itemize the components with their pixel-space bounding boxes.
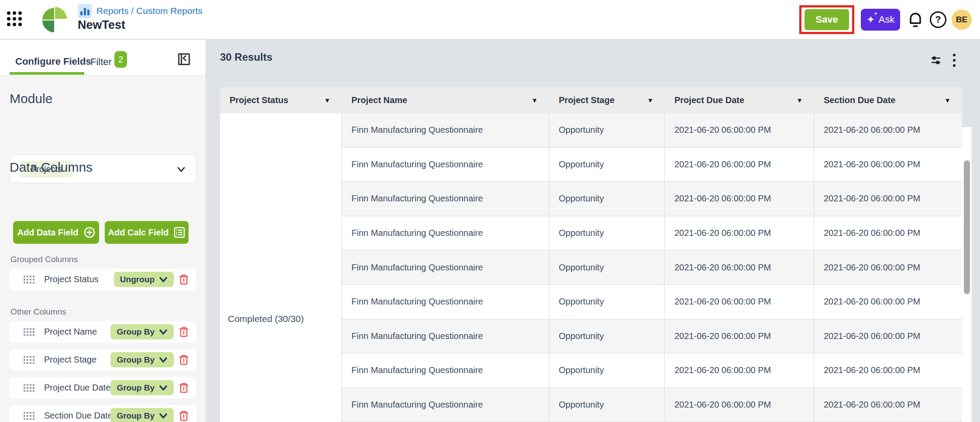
chevron-down-icon bbox=[159, 412, 168, 420]
results-count: 30 Results bbox=[220, 51, 272, 63]
table-row[interactable]: Finn Manufacturing QuestionnaireOpportun… bbox=[342, 113, 962, 148]
delete-column-icon[interactable] bbox=[178, 382, 189, 394]
column-dropdown-icon[interactable]: ▼ bbox=[944, 97, 951, 104]
help-glyph: ? bbox=[935, 14, 941, 25]
column-header-project-due-date[interactable]: Project Due Date▼ bbox=[665, 87, 814, 113]
drag-handle-icon[interactable] bbox=[24, 384, 34, 392]
group-mode-dropdown[interactable]: Group By bbox=[110, 352, 174, 367]
grouped-columns-label: Grouped Columns bbox=[10, 255, 78, 264]
group-mode-label: Ungroup bbox=[120, 275, 155, 284]
column-name: Section Due Date bbox=[44, 411, 113, 421]
table-row[interactable]: Finn Manufacturing QuestionnaireOpportun… bbox=[342, 148, 962, 182]
table-row[interactable]: Finn Manufacturing QuestionnaireOpportun… bbox=[342, 216, 962, 251]
other-column-row: Project Due Date Group By bbox=[10, 377, 196, 398]
column-name: Project Status bbox=[44, 274, 99, 284]
grouped-column-row: Project Status Ungroup bbox=[10, 269, 196, 290]
config-sidebar: Configure Fields Filter 2 Module Project… bbox=[0, 40, 206, 422]
other-column-row: Project Stage Group By bbox=[10, 349, 196, 370]
sidebar-tabs: Configure Fields Filter 2 bbox=[0, 40, 206, 76]
report-results-area: 30 Results Project Status▼ Project Name▼… bbox=[206, 40, 980, 422]
ask-button[interactable]: ✦✦ Ask bbox=[861, 9, 900, 31]
delete-column-icon[interactable] bbox=[178, 354, 189, 366]
drag-handle-icon[interactable] bbox=[24, 276, 34, 284]
tab-filter[interactable]: Filter bbox=[90, 56, 112, 68]
column-header-project-status[interactable]: Project Status▼ bbox=[220, 87, 342, 113]
column-name: Project Name bbox=[44, 327, 97, 337]
table-header-row: Project Status▼ Project Name▼ Project St… bbox=[220, 87, 962, 113]
chevron-down-icon bbox=[159, 384, 168, 392]
column-dropdown-icon[interactable]: ▼ bbox=[647, 97, 653, 104]
data-columns-heading: Data Columns bbox=[10, 160, 93, 175]
filter-count-badge: 2 bbox=[114, 51, 127, 68]
column-name: Project Due Date bbox=[44, 383, 110, 393]
add-calc-field-label: Add Calc Field bbox=[108, 228, 169, 238]
table-row[interactable]: Finn Manufacturing QuestionnaireOpportun… bbox=[342, 388, 962, 422]
group-mode-label: Group By bbox=[117, 383, 155, 393]
vertical-scrollbar-thumb[interactable] bbox=[964, 160, 970, 294]
column-header-section-due-date[interactable]: Section Due Date▼ bbox=[814, 87, 962, 113]
chevron-down-icon bbox=[159, 328, 168, 336]
other-columns-label: Other Columns bbox=[10, 307, 66, 317]
notifications-bell-icon[interactable] bbox=[908, 12, 923, 28]
sparkle-icon: ✦✦ bbox=[867, 14, 875, 25]
group-cell-project-status: Completed (30/30) bbox=[220, 113, 342, 422]
topbar: Reports / Custom Reports NewTest Save ✦✦… bbox=[0, 0, 980, 39]
column-dropdown-icon[interactable]: ▼ bbox=[796, 97, 803, 104]
table-row[interactable]: Finn Manufacturing QuestionnaireOpportun… bbox=[342, 182, 962, 216]
breadcrumb[interactable]: Reports / Custom Reports bbox=[96, 6, 203, 16]
group-mode-label: Group By bbox=[117, 355, 155, 365]
chevron-down-icon bbox=[177, 165, 186, 174]
ask-button-label: Ask bbox=[879, 14, 895, 25]
module-heading: Module bbox=[10, 91, 52, 106]
group-mode-label: Group By bbox=[117, 411, 155, 421]
chevron-down-icon bbox=[159, 275, 168, 284]
delete-column-icon[interactable] bbox=[178, 326, 189, 338]
column-dropdown-icon[interactable]: ▼ bbox=[324, 97, 330, 104]
table-settings-icon[interactable] bbox=[931, 55, 941, 65]
add-calc-field-button[interactable]: Add Calc Field bbox=[105, 221, 189, 244]
group-mode-dropdown[interactable]: Group By bbox=[110, 324, 174, 339]
table-body: Completed (30/30) Finn Manufacturing Que… bbox=[220, 113, 962, 422]
page-title: NewTest bbox=[78, 18, 125, 32]
table-row[interactable]: Finn Manufacturing QuestionnaireOpportun… bbox=[342, 319, 962, 354]
plus-circle-icon bbox=[84, 227, 95, 238]
group-mode-label: Group By bbox=[117, 327, 155, 337]
table-row[interactable]: Finn Manufacturing QuestionnaireOpportun… bbox=[342, 285, 962, 319]
report-chart-icon bbox=[78, 4, 92, 18]
drag-handle-icon[interactable] bbox=[24, 356, 34, 364]
other-column-row: Project Name Group By bbox=[10, 321, 196, 342]
results-table: Project Status▼ Project Name▼ Project St… bbox=[220, 87, 962, 422]
column-header-project-stage[interactable]: Project Stage▼ bbox=[549, 87, 665, 113]
user-avatar[interactable]: BE bbox=[952, 10, 972, 30]
group-mode-dropdown[interactable]: Ungroup bbox=[114, 272, 174, 287]
other-column-row: Section Due Date Group By bbox=[10, 405, 196, 422]
delete-column-icon[interactable] bbox=[178, 273, 189, 286]
save-button[interactable]: Save bbox=[805, 9, 849, 30]
group-mode-dropdown[interactable]: Group By bbox=[110, 380, 174, 395]
chevron-down-icon bbox=[159, 356, 168, 364]
add-data-field-button[interactable]: Add Data Field bbox=[13, 221, 99, 244]
calc-list-icon bbox=[174, 227, 185, 238]
help-icon[interactable]: ? bbox=[930, 11, 946, 28]
column-name: Project Stage bbox=[44, 355, 96, 365]
delete-column-icon[interactable] bbox=[178, 410, 189, 422]
group-cell-label: Completed (30/30) bbox=[228, 314, 304, 324]
drag-handle-icon[interactable] bbox=[24, 328, 34, 336]
table-row[interactable]: Finn Manufacturing QuestionnaireOpportun… bbox=[342, 353, 962, 388]
group-mode-dropdown[interactable]: Group By bbox=[110, 408, 174, 422]
company-logo[interactable] bbox=[42, 7, 68, 32]
drag-handle-icon[interactable] bbox=[24, 412, 34, 420]
table-row[interactable]: Finn Manufacturing QuestionnaireOpportun… bbox=[342, 250, 962, 285]
column-header-project-name[interactable]: Project Name▼ bbox=[342, 87, 549, 113]
add-data-field-label: Add Data Field bbox=[17, 228, 78, 238]
collapse-panel-icon[interactable] bbox=[178, 53, 190, 65]
tab-configure-fields[interactable]: Configure Fields bbox=[15, 56, 91, 67]
app-launcher-icon[interactable] bbox=[7, 11, 24, 28]
column-dropdown-icon[interactable]: ▼ bbox=[531, 97, 538, 104]
active-tab-underline bbox=[10, 72, 84, 75]
vertical-scrollbar-track[interactable] bbox=[962, 127, 972, 422]
more-options-icon[interactable] bbox=[952, 53, 956, 68]
